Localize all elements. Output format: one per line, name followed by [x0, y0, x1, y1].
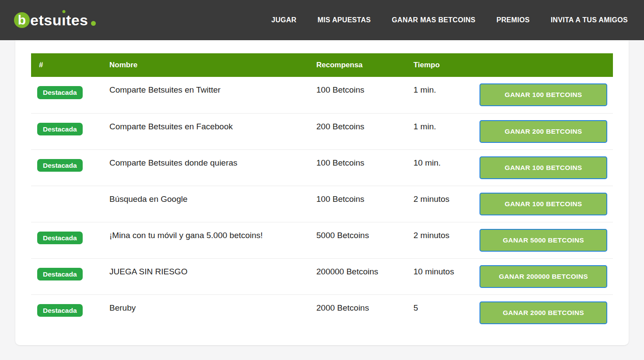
cell-name: Búsqueda en Google	[101, 186, 308, 222]
cell-featured: Destacada	[31, 294, 101, 331]
cell-action: GANAR 100 BETCOINS	[470, 149, 613, 186]
ganar-betcoins-button[interactable]: GANAR 100 BETCOINS	[480, 156, 607, 179]
mission-time: 2 minutos	[413, 194, 449, 204]
cell-time: 1 min.	[405, 113, 470, 149]
column-header-reward: Recompensa	[308, 53, 405, 77]
brand-b-letter: b	[18, 14, 26, 27]
brand-letter-i: ı	[62, 13, 66, 28]
mission-name: Beruby	[109, 303, 136, 312]
cell-featured: Destacada	[31, 258, 101, 294]
mission-time: 2 minutos	[413, 231, 449, 240]
cell-time: 5	[405, 294, 470, 331]
nav-link[interactable]: JUGAR	[271, 16, 297, 24]
ganar-betcoins-button[interactable]: GANAR 200 BETCOINS	[480, 120, 607, 143]
nav-link[interactable]: GANAR MAS BETCOINS	[392, 16, 476, 24]
cell-name: Comparte Betsuites en Twitter	[101, 77, 308, 113]
cell-action: GANAR 200 BETCOINS	[470, 113, 613, 149]
top-navbar: b etsuıtes JUGAR MIS APUESTAS GANAR MAS …	[0, 0, 644, 40]
cell-action: GANAR 100 BETCOINS	[470, 77, 613, 113]
mission-name: JUEGA SIN RIESGO	[109, 267, 187, 276]
featured-badge: Destacada	[37, 232, 83, 245]
mission-reward: 200 Betcoins	[316, 122, 364, 131]
brand-logo[interactable]: b etsuıtes	[14, 12, 96, 28]
mission-name: ¡Mina con tu móvil y gana 5.000 betcoins…	[109, 231, 263, 240]
featured-badge: Destacada	[37, 123, 83, 136]
cell-featured: Destacada	[31, 186, 101, 222]
mission-reward: 2000 Betcoins	[316, 303, 369, 312]
ganar-betcoins-button[interactable]: GANAR 100 BETCOINS	[480, 193, 607, 215]
table-row: Destacada Búsqueda en Google 100 Betcoin…	[31, 186, 613, 222]
cell-time: 2 minutos	[405, 222, 470, 258]
cell-reward: 100 Betcoins	[308, 186, 405, 222]
featured-badge: Destacada	[37, 159, 83, 172]
cell-action: GANAR 5000 BETCOINS	[470, 222, 613, 258]
cell-action: GANAR 100 BETCOINS	[470, 186, 613, 222]
column-header-action	[470, 53, 613, 77]
table-row: Destacada Comparte Betsuites en Facebook…	[31, 113, 613, 149]
brand-b-icon: b	[14, 12, 30, 28]
cell-featured: Destacada	[31, 149, 101, 186]
table-row: Destacada Beruby 2000 Betcoins 5 GANAR 2…	[31, 294, 613, 331]
table-row: Destacada ¡Mina con tu móvil y gana 5.00…	[31, 222, 613, 258]
cell-name: JUEGA SIN RIESGO	[101, 258, 308, 294]
table-row: Destacada Comparte Betsuites en Twitter …	[31, 77, 613, 113]
table-row: Destacada Comparte Betsuites donde quier…	[31, 149, 613, 186]
mission-reward: 200000 Betcoins	[316, 267, 378, 276]
brand-i-dot-icon	[62, 10, 65, 13]
column-header-name: Nombre	[101, 53, 308, 77]
mission-time: 1 min.	[413, 122, 436, 131]
mission-reward: 5000 Betcoins	[316, 231, 369, 240]
cell-name: ¡Mina con tu móvil y gana 5.000 betcoins…	[101, 222, 308, 258]
brand-end-dot-icon	[91, 21, 96, 26]
cell-featured: Destacada	[31, 222, 101, 258]
ganar-betcoins-button[interactable]: GANAR 100 BETCOINS	[480, 83, 607, 106]
ganar-betcoins-button[interactable]: GANAR 2000 BETCOINS	[480, 301, 607, 324]
main-nav: JUGAR MIS APUESTAS GANAR MAS BETCOINS PR…	[271, 16, 628, 24]
cell-time: 10 min.	[405, 149, 470, 186]
cell-action: GANAR 2000 BETCOINS	[470, 294, 613, 331]
mission-time: 5	[413, 303, 418, 312]
mission-time: 10 minutos	[413, 267, 454, 276]
table-row: Destacada JUEGA SIN RIESGO 200000 Betcoi…	[31, 258, 613, 294]
mission-reward: 100 Betcoins	[316, 85, 364, 94]
cell-reward: 100 Betcoins	[308, 77, 405, 113]
mission-name: Comparte Betsuites en Twitter	[109, 85, 220, 94]
nav-link[interactable]: PREMIOS	[497, 16, 530, 24]
mission-name: Búsqueda en Google	[109, 194, 188, 204]
page-content: # Nombre Recompensa Tiempo Destacada Com…	[0, 40, 644, 345]
nav-link[interactable]: INVITA A TUS AMIGOS	[551, 16, 628, 24]
mission-name: Comparte Betsuites en Facebook	[109, 122, 233, 131]
ganar-betcoins-button[interactable]: GANAR 5000 BETCOINS	[480, 229, 607, 252]
featured-badge: Destacada	[37, 304, 83, 317]
brand-wordmark: etsuıtes	[30, 13, 88, 28]
cell-featured: Destacada	[31, 77, 101, 113]
missions-table: # Nombre Recompensa Tiempo Destacada Com…	[31, 53, 613, 331]
cell-time: 10 minutos	[405, 258, 470, 294]
table-header-row: # Nombre Recompensa Tiempo	[31, 53, 613, 77]
column-header-num: #	[31, 53, 101, 77]
nav-link[interactable]: MIS APUESTAS	[318, 16, 371, 24]
cell-name: Beruby	[101, 294, 308, 331]
cell-reward: 5000 Betcoins	[308, 222, 405, 258]
content-card: # Nombre Recompensa Tiempo Destacada Com…	[15, 40, 629, 345]
cell-time: 1 min.	[405, 77, 470, 113]
cell-reward: 2000 Betcoins	[308, 294, 405, 331]
mission-reward: 100 Betcoins	[316, 194, 364, 204]
featured-badge: Destacada	[37, 86, 83, 99]
cell-reward: 100 Betcoins	[308, 149, 405, 186]
mission-time: 1 min.	[413, 85, 436, 94]
brand-text-part1: etsu	[30, 13, 62, 28]
table-body: Destacada Comparte Betsuites en Twitter …	[31, 77, 613, 331]
cell-name: Comparte Betsuites en Facebook	[101, 113, 308, 149]
cell-action: GANAR 200000 BETCOINS	[470, 258, 613, 294]
mission-name: Comparte Betsuites donde quieras	[109, 158, 238, 167]
brand-text-part2: tes	[66, 13, 88, 28]
featured-badge: Destacada	[37, 268, 83, 281]
mission-time: 10 min.	[413, 158, 441, 167]
column-header-time: Tiempo	[405, 53, 470, 77]
cell-featured: Destacada	[31, 113, 101, 149]
ganar-betcoins-button[interactable]: GANAR 200000 BETCOINS	[480, 265, 607, 288]
cell-reward: 200 Betcoins	[308, 113, 405, 149]
cell-time: 2 minutos	[405, 186, 470, 222]
cell-name: Comparte Betsuites donde quieras	[101, 149, 308, 186]
